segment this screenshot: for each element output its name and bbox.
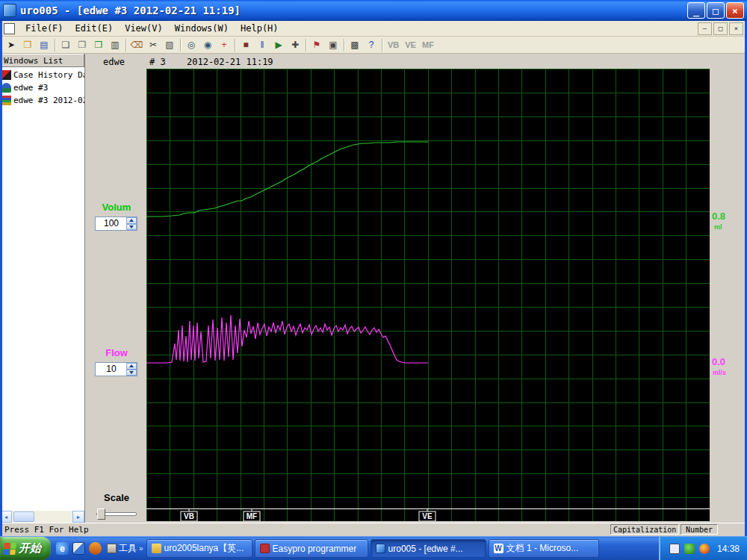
show-desktop-icon[interactable] xyxy=(72,542,85,555)
flow-scale-spinbox[interactable]: 10 xyxy=(95,362,137,376)
volume-readout-unit: ml xyxy=(714,223,722,231)
maximize-button[interactable]: □ xyxy=(707,2,725,19)
help-button[interactable]: ? xyxy=(363,37,379,52)
patient-name: edwe xyxy=(103,57,125,67)
scroll-thumb[interactable] xyxy=(13,511,34,522)
status-capitalization-indicator: Capitalization xyxy=(610,524,679,535)
play-button[interactable]: ▶ xyxy=(270,37,287,52)
paste-icon: ❒ xyxy=(95,40,103,50)
windows-list-item[interactable]: edwe #3 2012-02 xyxy=(0,94,84,107)
flow-scale-up-button[interactable] xyxy=(126,363,137,370)
exam-datetime: 2012-02-21 11:19 xyxy=(187,57,273,67)
internet-explorer-icon[interactable] xyxy=(56,542,69,555)
options-icon: ▩ xyxy=(350,40,359,50)
mdi-window-controls: — □ × xyxy=(696,22,743,35)
volume-scale-spinbox[interactable]: 100 xyxy=(95,217,137,231)
menu-help[interactable]: Help(H) xyxy=(235,22,285,35)
crosshair-icon: ✚ xyxy=(291,40,299,50)
select-cursor-icon: ➤ xyxy=(7,40,15,50)
zoom-page-button[interactable]: ◎ xyxy=(183,37,199,52)
menu-windows[interactable]: Windows(W) xyxy=(169,22,235,35)
app-red-icon xyxy=(260,544,270,553)
exam-icon xyxy=(1,96,11,105)
tools-icon xyxy=(107,544,117,553)
toolbar-overflow-chevron[interactable]: » xyxy=(139,544,143,553)
taskbar-task-button[interactable]: Easypro programmer xyxy=(255,539,368,558)
volume-scale-down-button[interactable] xyxy=(126,224,137,231)
play-icon: ▶ xyxy=(275,40,282,50)
crosshair-button[interactable]: ✚ xyxy=(287,37,303,52)
mdi-restore-button[interactable]: □ xyxy=(713,22,728,35)
scroll-right-button[interactable]: ▸ xyxy=(72,511,84,523)
media-player-icon[interactable] xyxy=(89,542,102,555)
antivirus-icon[interactable] xyxy=(684,544,695,554)
print-preview-button[interactable]: ◉ xyxy=(199,37,216,52)
paste-button[interactable]: ❒ xyxy=(90,37,107,52)
windows-list-item-label: edwe #3 2012-02 xyxy=(13,96,84,105)
erase-button[interactable]: ⌫ xyxy=(128,37,145,52)
duplicate-page-button[interactable]: ❐ xyxy=(74,37,90,52)
page-setup-icon: ▧ xyxy=(165,40,173,50)
close-button[interactable]: × xyxy=(726,2,744,19)
flag-marker-button[interactable]: ⚑ xyxy=(309,37,325,52)
scale-slider-thumb[interactable] xyxy=(97,508,105,520)
tools-toolbar[interactable]: 工具 » xyxy=(107,542,143,555)
pause-button[interactable]: ‖ xyxy=(254,37,270,52)
menu-edit[interactable]: Edit(E) xyxy=(69,22,120,35)
save-icon: ▤ xyxy=(40,40,48,50)
input-method-icon[interactable] xyxy=(669,544,680,554)
options-button[interactable]: ▩ xyxy=(347,37,363,52)
flow-scale-down-button[interactable] xyxy=(126,370,137,376)
event-marker-label: MF xyxy=(247,512,257,520)
folder-icon xyxy=(152,544,161,553)
vb-marker-button[interactable]: VB xyxy=(388,40,399,49)
flow-readout-value: 0.0 xyxy=(712,356,725,367)
windows-list-item[interactable]: edwe #3 xyxy=(0,81,84,94)
menu-bar: File(F) Edit(E) View(V) Windows(W) Help(… xyxy=(0,21,747,37)
toolbar-separator xyxy=(55,39,55,52)
scale-label: Scale xyxy=(94,492,139,503)
print-button[interactable]: ▥ xyxy=(107,37,123,52)
flow-channel-label: Flow xyxy=(94,347,139,358)
volume-scale-up-button[interactable] xyxy=(126,217,137,224)
tools-toolbar-label: 工具 xyxy=(119,542,137,555)
child-window-icon[interactable] xyxy=(4,23,15,34)
stop-icon: ■ xyxy=(243,40,248,50)
print-preview-icon: ◉ xyxy=(204,40,211,50)
open-file-icon: ❐ xyxy=(24,40,32,50)
event-marker-button[interactable]: ▣ xyxy=(325,37,341,52)
windows-list-item[interactable]: Case History Da xyxy=(0,69,84,81)
scroll-track[interactable] xyxy=(12,511,72,523)
taskbar-task-button[interactable]: uro005 - [edwe #... xyxy=(371,539,486,558)
windows-logo-icon xyxy=(3,543,16,555)
menu-file[interactable]: File(F) xyxy=(19,22,69,35)
volume-readout-value: 0.8 xyxy=(712,211,725,222)
taskbar-tasks: uro2005lanya【英...Easypro programmeruro00… xyxy=(146,539,659,558)
open-file-button[interactable]: ❐ xyxy=(19,37,36,52)
start-button-label: 开始 xyxy=(19,541,41,556)
select-cursor-button[interactable]: ➤ xyxy=(3,37,19,52)
taskbar-task-button[interactable]: uro2005lanya【英... xyxy=(146,539,252,558)
stop-button[interactable]: ■ xyxy=(238,37,254,52)
taskbar: 开始 工具 » uro2005lanya【英...Easypro program… xyxy=(0,536,747,560)
mf-marker-button[interactable]: MF xyxy=(422,40,434,49)
trace-chart[interactable]: VBMFVE xyxy=(146,69,710,521)
copy-button[interactable]: ❏ xyxy=(58,37,74,52)
menu-view[interactable]: View(V) xyxy=(119,22,169,35)
add-event-button[interactable]: + xyxy=(216,37,232,52)
mdi-minimize-button[interactable]: — xyxy=(698,22,712,35)
minimize-button[interactable]: _ xyxy=(687,2,705,19)
window-left-edge xyxy=(0,21,2,536)
mdi-close-button[interactable]: × xyxy=(729,22,743,35)
volume-channel-label: Volum xyxy=(94,202,139,213)
taskbar-task-button[interactable]: 文档 1 - Microso... xyxy=(489,539,599,558)
alert-icon[interactable] xyxy=(699,544,710,554)
sidebar-horizontal-scrollbar[interactable]: ◂ ▸ xyxy=(0,511,84,523)
windows-list: Case History Daedwe #3edwe #3 2012-02 xyxy=(0,69,84,511)
cut-button[interactable]: ✂ xyxy=(145,37,161,52)
page-setup-button[interactable]: ▧ xyxy=(161,37,178,52)
quick-launch-bar xyxy=(51,542,107,555)
save-button[interactable]: ▤ xyxy=(36,37,52,52)
start-button[interactable]: 开始 xyxy=(0,537,51,560)
ve-marker-button[interactable]: VE xyxy=(405,40,416,49)
